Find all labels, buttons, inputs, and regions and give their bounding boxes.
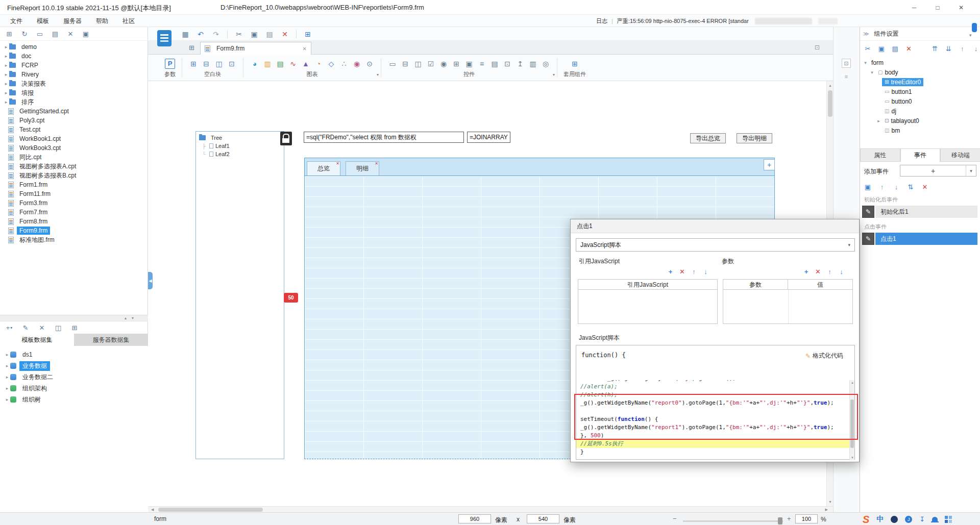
expand-icon[interactable]: ▸ xyxy=(3,54,9,59)
edit-event-button[interactable]: ✎ xyxy=(862,206,874,218)
parameter-pane-icon[interactable]: P xyxy=(165,59,175,69)
chevron-down-icon[interactable]: ▾ xyxy=(966,165,976,176)
collapse-icon[interactable]: ▾ xyxy=(869,70,875,75)
add-icon[interactable]: + xyxy=(801,267,811,277)
folder-item[interactable]: ▸FCRP xyxy=(0,61,148,70)
undo-icon[interactable]: ↶ xyxy=(195,29,206,40)
collapse-down-icon[interactable]: ▾ xyxy=(132,316,134,320)
language-icon[interactable]: 中 xyxy=(876,515,884,524)
expand-icon[interactable]: ▸ xyxy=(4,386,10,391)
document-tab[interactable]: Form9.frm ✕ xyxy=(200,42,311,55)
folder-item[interactable]: ▸决策报表 xyxy=(0,79,148,88)
bar-chart-icon[interactable]: ▤ xyxy=(275,59,285,69)
close-icon[interactable]: ✕ xyxy=(375,161,378,166)
expand-icon[interactable]: ▸ xyxy=(875,118,882,123)
ref-js-table[interactable]: 引用JavaScript xyxy=(578,279,718,324)
file-item[interactable]: WorkBook3.cpt xyxy=(0,143,148,153)
file-item[interactable]: WorkBook1.cpt xyxy=(0,134,148,143)
delete-icon[interactable]: ✕ xyxy=(813,267,823,277)
expand-icon[interactable]: ▸ xyxy=(3,72,9,77)
menu-item[interactable]: 模板 xyxy=(30,17,56,26)
delete-component-icon[interactable]: ✕ xyxy=(904,44,914,53)
component-item[interactable]: ⊞treeEditor0 xyxy=(882,78,923,86)
scroll-down-icon[interactable]: ▼ xyxy=(851,456,854,459)
scroll-right-icon[interactable]: ▶ xyxy=(825,508,828,512)
expand-icon[interactable]: ▸ xyxy=(3,99,9,105)
collapse-panel-icon[interactable]: ≫ xyxy=(863,31,869,37)
minimize-button[interactable]: ─ xyxy=(902,0,926,15)
combobox-widget-icon[interactable]: ◫ xyxy=(413,59,423,69)
event-item[interactable]: 点击1 xyxy=(875,233,977,245)
dataset-item[interactable]: ▸组织树 xyxy=(0,394,148,405)
scrollbar-thumb[interactable] xyxy=(828,90,832,117)
dataset-item[interactable]: ▸业务数据二 xyxy=(0,371,148,383)
component-tree-item[interactable]: ◫bm xyxy=(860,126,980,135)
menu-item[interactable]: 帮助 xyxy=(89,17,115,26)
settings-tab[interactable]: 事件 xyxy=(900,148,941,162)
delete-event-icon[interactable]: ✕ xyxy=(920,182,929,191)
chevron-down-icon[interactable]: ▾ xyxy=(969,33,972,38)
add-event-button[interactable]: + ▾ xyxy=(900,165,976,177)
dataset-tab[interactable]: 模板数据集 xyxy=(0,334,74,346)
close-button[interactable]: ✕ xyxy=(949,0,973,15)
panel-splitter[interactable]: ▴ ▾ xyxy=(0,315,148,321)
form-view-icon[interactable] xyxy=(157,30,172,46)
sql-formula-field[interactable]: =sql("FRDemo","select 权限 from 数据权 xyxy=(304,132,464,143)
new-template-icon[interactable]: ⊞ xyxy=(4,29,14,39)
edit-dataset-icon[interactable]: ✎ xyxy=(20,322,31,333)
edit-event-button[interactable]: ✎ xyxy=(862,233,874,245)
event-item[interactable]: 初始化后1 xyxy=(875,206,977,218)
chevron-down-icon[interactable]: ▾ xyxy=(377,72,379,77)
settings-tab[interactable]: 属性 xyxy=(860,148,900,162)
area-chart-icon[interactable]: ▲ xyxy=(301,59,311,69)
expand-icon[interactable]: ▸ xyxy=(3,44,9,49)
canvas-horizontal-scrollbar[interactable]: ◀ ▶ xyxy=(148,506,833,512)
tree-node-root[interactable]: Tree xyxy=(196,134,284,142)
copy-event-icon[interactable]: ▣ xyxy=(863,182,872,191)
theme-icon[interactable] xyxy=(891,516,898,523)
delete-icon[interactable]: ✕ xyxy=(279,29,290,40)
component-tree-item[interactable]: ▭button0 xyxy=(860,96,980,106)
chevron-down-icon[interactable]: ▾ xyxy=(553,72,555,77)
radio-widget-icon[interactable]: ◉ xyxy=(438,59,449,69)
open-folder-icon[interactable]: ▭ xyxy=(35,29,45,39)
upload-widget-icon[interactable]: ↥ xyxy=(515,59,525,69)
move-up-icon[interactable]: ↑ xyxy=(689,267,699,277)
preview-dataset-icon[interactable]: ◫ xyxy=(53,322,63,333)
scroll-up-icon[interactable]: ▲ xyxy=(851,381,854,384)
redo-icon[interactable]: ↷ xyxy=(210,29,222,40)
move-bottom-icon[interactable]: ⇊ xyxy=(944,44,953,53)
panel-toggle-icon[interactable]: ⊡ xyxy=(842,59,851,68)
iframe-widget-icon[interactable]: ◎ xyxy=(541,59,551,69)
save-icon[interactable]: ▦ xyxy=(180,29,191,40)
file-item[interactable]: 视图树多选报表A.cpt xyxy=(0,162,148,171)
maximize-button[interactable]: □ xyxy=(926,0,949,15)
line-chart-icon[interactable]: ∿ xyxy=(288,59,298,69)
maximize-canvas-icon[interactable]: ⊡ xyxy=(815,44,820,51)
export-icon[interactable]: ▤ xyxy=(50,29,60,39)
account-icon[interactable]: J xyxy=(905,516,912,523)
move-down-icon[interactable]: ↓ xyxy=(971,44,980,53)
absolute-block-icon[interactable]: ◫ xyxy=(214,59,224,69)
report-block-tab[interactable]: 明细✕ xyxy=(346,161,379,176)
component-tree-item[interactable]: ▾▢body xyxy=(860,67,980,77)
move-up-icon[interactable]: ↑ xyxy=(958,44,967,53)
scroll-down-icon[interactable]: ▼ xyxy=(828,500,832,504)
expand-icon[interactable]: ▸ xyxy=(3,81,9,86)
component-tree-item[interactable]: ▭button1 xyxy=(860,87,980,96)
dataset-item[interactable]: ▸业务数据 xyxy=(0,360,148,371)
file-item[interactable]: 同比.cpt xyxy=(0,153,148,162)
expand-icon[interactable]: ▸ xyxy=(3,63,9,68)
file-item[interactable]: Form9.frm xyxy=(0,226,148,235)
dataset-item[interactable]: ▸组织架构 xyxy=(0,383,148,394)
collapse-sidebar-handle[interactable]: ◀ xyxy=(148,272,153,289)
settings-tab[interactable]: 移动端 xyxy=(940,148,980,162)
move-down-icon[interactable]: ↓ xyxy=(701,267,710,277)
gauge-chart-icon[interactable]: ◔ xyxy=(313,59,324,69)
tree-widget-icon[interactable]: ⊡ xyxy=(502,59,512,69)
menu-item[interactable]: 服务器 xyxy=(56,17,89,26)
cut-icon[interactable]: ✂ xyxy=(233,29,244,40)
menu-item[interactable]: 社区 xyxy=(115,17,142,26)
folder-item[interactable]: ▸doc xyxy=(0,52,148,61)
copy-icon[interactable]: ▣ xyxy=(249,29,260,40)
